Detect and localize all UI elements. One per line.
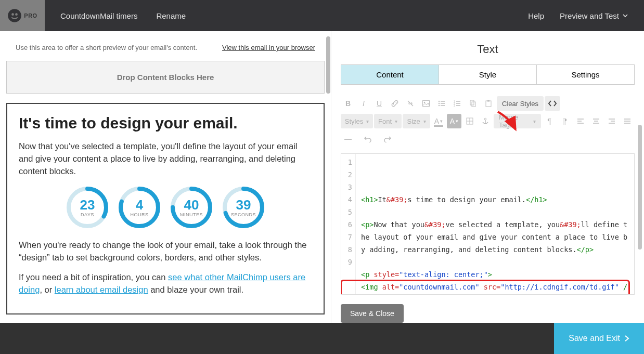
align-justify-icon [624, 117, 631, 125]
campaign-title[interactable]: CountdownMail timers [60, 11, 137, 20]
top-header: PRO CountdownMail timers Rename Help Pre… [0, 0, 644, 31]
svg-point-32 [484, 118, 486, 120]
number-list-button[interactable]: 123 [450, 96, 465, 111]
bullet-list-button[interactable] [434, 96, 449, 111]
svg-point-1 [11, 13, 14, 16]
underline-button[interactable]: U [372, 96, 387, 111]
link-icon [391, 99, 399, 108]
chevron-right-icon [624, 335, 629, 342]
svg-rect-28 [487, 100, 490, 102]
save-exit-label: Save and Exit [569, 334, 620, 343]
align-justify-button[interactable] [620, 114, 635, 128]
italic-button[interactable]: I [356, 96, 371, 111]
bottom-footer: Save and Exit [0, 323, 644, 354]
view-in-browser-link[interactable]: View this email in your browser [222, 44, 315, 51]
anchor-icon [482, 117, 489, 125]
email-heading: It's time to design your email. [19, 114, 312, 132]
redo-icon [383, 135, 392, 142]
align-left-button[interactable] [573, 114, 588, 128]
table-button[interactable] [462, 114, 477, 128]
save-close-button[interactable]: Save & Close [341, 304, 404, 323]
editor-scrollbar[interactable] [638, 125, 643, 286]
editor-toolbar-row-3: — [341, 132, 635, 146]
editor-panel: Text Content Style Settings B I U 123 Cl… [331, 31, 644, 323]
svg-point-0 [8, 9, 21, 22]
email-paragraph-1: Now that you've selected a template, you… [19, 140, 312, 178]
align-center-icon [593, 117, 600, 125]
undo-button[interactable] [360, 132, 375, 146]
ltr-button[interactable]: ¶ [542, 114, 557, 128]
help-link[interactable]: Help [528, 11, 544, 20]
paste-icon [484, 99, 493, 108]
mailchimp-logo-icon [7, 8, 22, 23]
anchor-button[interactable] [478, 114, 493, 128]
panel-title: Text [341, 43, 635, 56]
code-gutter: 123456789 [341, 154, 356, 294]
align-right-button[interactable] [604, 114, 619, 128]
undo-icon [364, 135, 372, 142]
styles-dropdown[interactable]: Styles [341, 114, 373, 128]
chevron-down-icon [622, 12, 628, 19]
copy-button[interactable] [466, 96, 480, 111]
pro-label: PRO [24, 12, 37, 19]
teaser-text: Use this area to offer a short preview o… [16, 44, 197, 51]
preview-test-label: Preview and Test [560, 11, 619, 20]
font-color-button[interactable]: A▾ [431, 114, 446, 128]
email-paragraph-2: When you're ready to change the look of … [19, 239, 312, 264]
countdown-ring: 23DAYS [65, 185, 110, 230]
svg-point-14 [439, 103, 440, 104]
inspiration-link-2[interactable]: learn about email design [55, 285, 148, 294]
code-line[interactable] [361, 256, 629, 268]
table-icon [466, 117, 473, 125]
preview-test-menu[interactable]: Preview and Test [560, 11, 628, 20]
size-dropdown[interactable]: Size [403, 114, 430, 128]
svg-point-12 [424, 102, 426, 103]
logo-area[interactable]: PRO [0, 0, 45, 31]
image-button[interactable] [419, 96, 433, 111]
code-content[interactable]: <h1>It&#39;s time to design your email.<… [356, 154, 634, 294]
bold-button[interactable]: B [341, 96, 355, 111]
content-dropzone[interactable]: Drop Content Blocks Here [6, 61, 325, 94]
preview-scrollbar[interactable] [326, 36, 331, 318]
editor-toolbar-row-2: Styles Font Size A▾ A▾ Merge Tags ¶ ¶ [341, 114, 635, 128]
editor-tabs: Content Style Settings [341, 64, 635, 85]
tab-style[interactable]: Style [439, 65, 537, 84]
preview-pane: Use this area to offer a short preview o… [0, 31, 331, 323]
svg-point-2 [15, 13, 18, 16]
hr-button[interactable]: — [341, 132, 355, 146]
unlink-icon [406, 99, 415, 108]
code-line[interactable] [361, 206, 629, 218]
copy-icon [469, 99, 477, 108]
align-left-icon [577, 117, 584, 125]
font-dropdown[interactable]: Font [374, 114, 402, 128]
source-code-button[interactable] [545, 96, 560, 111]
bullet-list-icon [437, 99, 446, 108]
svg-point-15 [439, 105, 440, 106]
annotation-arrow [495, 109, 522, 136]
source-code-editor[interactable]: 123456789 <h1>It&#39;s time to design yo… [341, 153, 635, 295]
rtl-button[interactable]: ¶ [558, 114, 572, 128]
selected-text-block[interactable]: It's time to design your email. Now that… [6, 103, 325, 314]
rename-link[interactable]: Rename [156, 11, 186, 20]
link-button[interactable] [388, 96, 402, 111]
code-line[interactable]: <img alt="countdownmail.com" src="http:/… [361, 281, 629, 295]
align-center-button[interactable] [589, 114, 603, 128]
save-exit-button[interactable]: Save and Exit [554, 323, 644, 354]
svg-rect-27 [486, 101, 491, 107]
code-line[interactable]: <p style="text-align: center;"> [361, 268, 629, 281]
paste-button[interactable] [481, 96, 496, 111]
tab-settings[interactable]: Settings [537, 65, 634, 84]
svg-point-13 [439, 101, 440, 102]
countdown-ring: 39SECONDS [221, 185, 266, 230]
email-paragraph-3: If you need a bit of inspiration, you ca… [19, 271, 312, 296]
unlink-button[interactable] [403, 96, 418, 111]
image-icon [422, 99, 430, 108]
redo-button[interactable] [380, 132, 395, 146]
countdown-ring: 40MINUTES [169, 185, 214, 230]
code-line[interactable]: <h1>It&#39;s time to design your email.<… [361, 193, 629, 206]
bg-color-button[interactable]: A▾ [447, 114, 461, 128]
code-line[interactable]: <p>Now that you&#39;ve selected a templa… [361, 218, 629, 256]
code-icon [548, 100, 557, 107]
align-right-icon [608, 117, 615, 125]
tab-content[interactable]: Content [341, 65, 439, 84]
